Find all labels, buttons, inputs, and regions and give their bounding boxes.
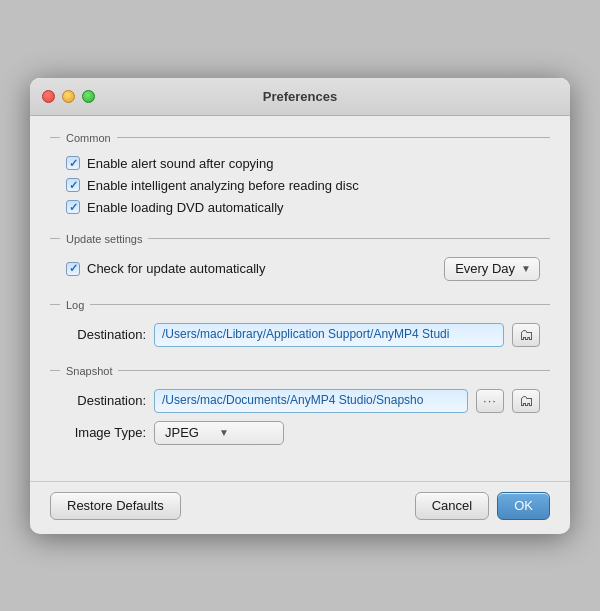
maximize-button[interactable] xyxy=(82,90,95,103)
alert-sound-label: Enable alert sound after copying xyxy=(87,156,273,171)
log-destination-row: Destination: /Users/mac/Library/Applicat… xyxy=(66,323,540,347)
alert-sound-checkbox[interactable] xyxy=(66,156,80,170)
update-section: Update settings Check for update automat… xyxy=(50,233,550,285)
image-type-value: JPEG xyxy=(165,425,199,440)
image-type-row: Image Type: JPEG ▼ xyxy=(66,421,540,445)
intelligent-analyzing-row: Enable intelligent analyzing before read… xyxy=(66,178,540,193)
close-button[interactable] xyxy=(42,90,55,103)
common-section-divider-label: Common xyxy=(66,132,111,144)
update-row: Check for update automatically Every Day… xyxy=(66,257,540,281)
log-browse-icon: 🗂 xyxy=(519,326,534,343)
snapshot-destination-row: Destination: /Users/mac/Documents/AnyMP4… xyxy=(66,389,540,413)
update-section-inner: Check for update automatically Every Day… xyxy=(50,253,550,285)
auto-update-checkbox[interactable] xyxy=(66,262,80,276)
log-section-inner: Destination: /Users/mac/Library/Applicat… xyxy=(50,319,550,351)
snapshot-dots-icon: ··· xyxy=(483,393,497,408)
update-section-divider-label: Update settings xyxy=(66,233,142,245)
preferences-window: Preferences Common Enable alert sound af… xyxy=(30,78,570,534)
snapshot-destination-path[interactable]: /Users/mac/Documents/AnyMP4 Studio/Snaps… xyxy=(154,389,468,413)
update-frequency-value: Every Day xyxy=(455,261,515,276)
loading-dvd-checkbox[interactable] xyxy=(66,200,80,214)
snapshot-dots-button[interactable]: ··· xyxy=(476,389,504,413)
log-destination-path[interactable]: /Users/mac/Library/Application Support/A… xyxy=(154,323,504,347)
snapshot-section: Snapshot Destination: /Users/mac/Documen… xyxy=(50,365,550,449)
intelligent-analyzing-label: Enable intelligent analyzing before read… xyxy=(87,178,359,193)
loading-dvd-label: Enable loading DVD automatically xyxy=(87,200,284,215)
loading-dvd-row: Enable loading DVD automatically xyxy=(66,200,540,215)
image-type-arrow-icon: ▼ xyxy=(219,427,229,438)
cancel-button[interactable]: Cancel xyxy=(415,492,489,520)
intelligent-analyzing-checkbox[interactable] xyxy=(66,178,80,192)
preferences-content: Common Enable alert sound after copying … xyxy=(30,116,570,477)
title-bar: Preferences xyxy=(30,78,570,116)
window-title: Preferences xyxy=(263,89,337,104)
snapshot-browse-button[interactable]: 🗂 xyxy=(512,389,540,413)
log-section-label: Log xyxy=(50,299,550,311)
right-buttons: Cancel OK xyxy=(415,492,550,520)
log-destination-label: Destination: xyxy=(66,327,146,342)
update-frequency-dropdown[interactable]: Every Day ▼ xyxy=(444,257,540,281)
snapshot-section-inner: Destination: /Users/mac/Documents/AnyMP4… xyxy=(50,385,550,449)
common-section-inner: Enable alert sound after copying Enable … xyxy=(50,152,550,219)
log-browse-button[interactable]: 🗂 xyxy=(512,323,540,347)
snapshot-section-label: Snapshot xyxy=(50,365,550,377)
update-left: Check for update automatically xyxy=(66,261,265,276)
bottom-bar: Restore Defaults Cancel OK xyxy=(30,481,570,534)
traffic-lights xyxy=(42,90,95,103)
snapshot-destination-label: Destination: xyxy=(66,393,146,408)
image-type-dropdown[interactable]: JPEG ▼ xyxy=(154,421,284,445)
update-section-label: Update settings xyxy=(50,233,550,245)
snapshot-browse-icon: 🗂 xyxy=(519,392,534,409)
common-section: Common Enable alert sound after copying … xyxy=(50,132,550,219)
auto-update-label: Check for update automatically xyxy=(87,261,265,276)
minimize-button[interactable] xyxy=(62,90,75,103)
image-type-label: Image Type: xyxy=(66,425,146,440)
log-section-divider-label: Log xyxy=(66,299,84,311)
snapshot-section-divider-label: Snapshot xyxy=(66,365,112,377)
log-section: Log Destination: /Users/mac/Library/Appl… xyxy=(50,299,550,351)
alert-sound-row: Enable alert sound after copying xyxy=(66,156,540,171)
ok-button[interactable]: OK xyxy=(497,492,550,520)
restore-defaults-button[interactable]: Restore Defaults xyxy=(50,492,181,520)
common-section-label: Common xyxy=(50,132,550,144)
update-frequency-arrow-icon: ▼ xyxy=(521,263,531,274)
